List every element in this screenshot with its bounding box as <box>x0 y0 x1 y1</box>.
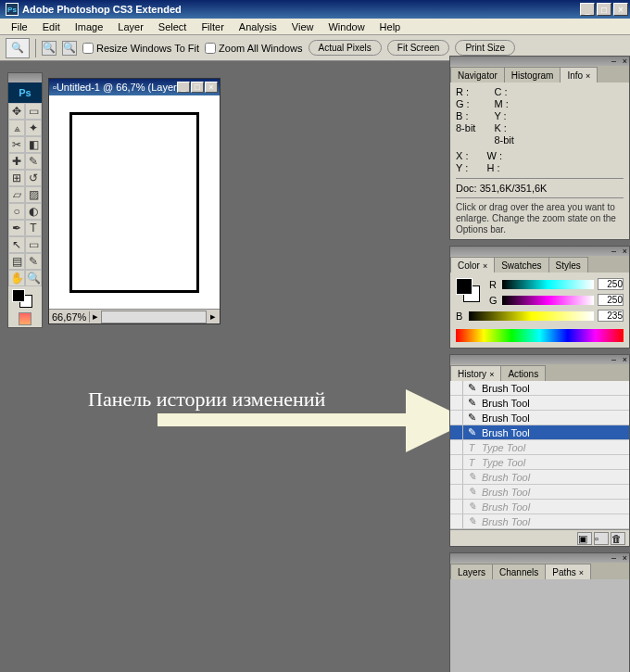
move-tool[interactable]: ✥ <box>8 103 25 120</box>
spectrum-ramp[interactable] <box>456 329 624 342</box>
history-visibility[interactable] <box>450 455 463 469</box>
toolbox-grip[interactable] <box>8 73 42 82</box>
zoom-level[interactable]: 66,67% <box>49 311 90 323</box>
panel-close-icon[interactable]: × <box>623 553 627 563</box>
menu-help[interactable]: Help <box>372 19 409 34</box>
wand-tool[interactable]: ✦ <box>25 120 42 136</box>
print-size-button[interactable]: Print Size <box>455 40 515 56</box>
panel-fg-swatch[interactable] <box>456 278 472 295</box>
status-icon[interactable]: ▸ <box>90 311 101 323</box>
crop-tool[interactable]: ✂ <box>8 136 25 153</box>
history-visibility[interactable] <box>450 411 463 425</box>
tab-close-icon[interactable]: × <box>586 71 590 81</box>
tab-history[interactable]: History× <box>450 365 501 381</box>
tab-channels[interactable]: Channels <box>492 564 546 579</box>
collapse-icon[interactable]: – <box>611 57 616 66</box>
new-snapshot-icon[interactable]: ▣ <box>577 532 592 545</box>
history-visibility[interactable] <box>450 381 463 395</box>
history-row[interactable]: ✎Brush Tool <box>450 411 629 425</box>
b-input[interactable] <box>598 310 624 322</box>
history-visibility[interactable] <box>450 485 463 499</box>
heal-tool[interactable]: ✚ <box>8 153 25 170</box>
quick-mask-icon[interactable] <box>19 312 32 325</box>
tab-paths[interactable]: Paths× <box>545 564 591 579</box>
panel-grip[interactable]: –× <box>450 553 629 563</box>
history-row[interactable]: ✎Brush Tool <box>450 396 629 411</box>
notes-tool[interactable]: ▤ <box>8 253 25 270</box>
menu-image[interactable]: Image <box>68 19 111 34</box>
menu-select[interactable]: Select <box>151 19 195 34</box>
history-visibility[interactable] <box>450 470 463 484</box>
eraser-tool[interactable]: ▱ <box>8 186 25 203</box>
maximize-button[interactable]: □ <box>597 3 611 16</box>
h-scrollbar[interactable] <box>101 311 207 323</box>
history-row[interactable]: ✎Brush Tool <box>450 514 629 529</box>
history-brush-tool[interactable]: ↺ <box>25 170 42 186</box>
history-row[interactable]: TType Tool <box>450 440 629 455</box>
menu-analysis[interactable]: Analysis <box>232 19 284 34</box>
r-input[interactable] <box>598 278 624 290</box>
menu-layer[interactable]: Layer <box>110 19 151 34</box>
hand-tool[interactable]: ✋ <box>8 270 25 286</box>
zoom-tool[interactable]: 🔍 <box>25 270 42 286</box>
collapse-icon[interactable]: – <box>611 247 616 256</box>
doc-close-button[interactable]: × <box>205 82 218 93</box>
menu-edit[interactable]: Edit <box>35 19 68 34</box>
panel-grip[interactable]: –× <box>450 57 629 66</box>
blur-tool[interactable]: ○ <box>8 203 25 220</box>
lasso-tool[interactable]: ⟁ <box>8 120 25 136</box>
gradient-tool[interactable]: ▨ <box>25 186 42 203</box>
resize-windows-checkbox[interactable] <box>82 43 94 54</box>
history-visibility[interactable] <box>450 514 463 528</box>
foreground-swatch[interactable] <box>12 289 25 302</box>
panel-grip[interactable]: –× <box>450 247 629 256</box>
tab-styles[interactable]: Styles <box>548 257 588 273</box>
history-row[interactable]: TType Tool <box>450 455 629 470</box>
collapse-icon[interactable]: – <box>611 553 616 563</box>
history-row[interactable]: ✎Brush Tool <box>450 485 629 500</box>
zoom-in-icon[interactable]: 🔍 <box>42 41 57 56</box>
eyedropper-tool[interactable]: ✎ <box>25 253 42 270</box>
close-button[interactable]: × <box>613 3 628 16</box>
pen-tool[interactable]: ✒ <box>8 220 25 236</box>
paths-body[interactable] <box>450 579 629 672</box>
marquee-tool[interactable]: ▭ <box>25 103 42 120</box>
doc-maximize-button[interactable]: □ <box>191 82 204 93</box>
history-row[interactable]: ✎Brush Tool <box>450 381 629 396</box>
tab-swatches[interactable]: Swatches <box>494 257 548 273</box>
zoom-out-icon[interactable]: 🔍 <box>62 41 77 56</box>
panel-close-icon[interactable]: × <box>623 57 627 66</box>
panel-grip[interactable]: –× <box>450 355 629 364</box>
zoom-all-checkbox[interactable] <box>205 43 216 54</box>
history-visibility[interactable] <box>450 500 463 514</box>
fit-screen-button[interactable]: Fit Screen <box>387 40 450 56</box>
path-tool[interactable]: ↖ <box>8 236 25 253</box>
scroll-right-icon[interactable]: ▸ <box>207 311 220 323</box>
history-visibility[interactable] <box>450 440 463 454</box>
brush-tool[interactable]: ✎ <box>25 153 42 170</box>
tool-preset-picker[interactable]: 🔍 <box>6 38 30 58</box>
document-titlebar[interactable]: ▫ Untitled-1 @ 66,7% (Layer ... _ □ × <box>49 79 220 95</box>
b-slider[interactable] <box>469 311 594 321</box>
actual-pixels-button[interactable]: Actual Pixels <box>309 40 382 56</box>
tab-navigator[interactable]: Navigator <box>450 67 505 82</box>
panel-close-icon[interactable]: × <box>623 355 627 364</box>
minimize-button[interactable]: _ <box>580 3 595 16</box>
tab-layers[interactable]: Layers <box>450 564 493 579</box>
canvas-area[interactable] <box>49 95 220 309</box>
stamp-tool[interactable]: ⊞ <box>8 170 25 186</box>
menu-filter[interactable]: Filter <box>194 19 231 34</box>
g-input[interactable] <box>598 294 624 306</box>
trash-icon[interactable]: 🗑 <box>611 532 625 545</box>
history-visibility[interactable] <box>450 396 463 410</box>
tab-histogram[interactable]: Histogram <box>504 67 561 82</box>
history-row[interactable]: ✎Brush Tool <box>450 425 629 440</box>
r-slider[interactable] <box>502 280 594 289</box>
color-swatches[interactable] <box>8 286 42 311</box>
dodge-tool[interactable]: ◐ <box>25 203 42 220</box>
tab-color[interactable]: Color× <box>450 257 495 273</box>
tab-actions[interactable]: Actions <box>500 365 546 381</box>
menu-window[interactable]: Window <box>321 19 372 34</box>
tab-info[interactable]: Info× <box>560 67 598 82</box>
new-doc-icon[interactable]: ▫ <box>594 532 609 545</box>
